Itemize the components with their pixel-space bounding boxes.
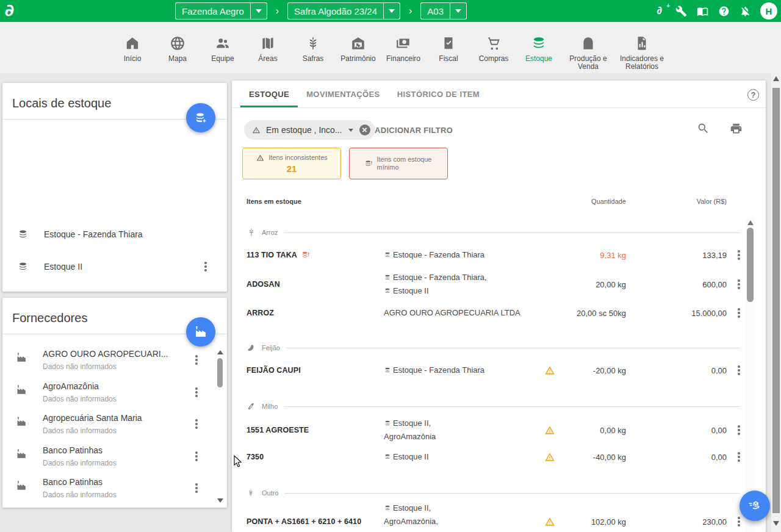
more-options-icon[interactable] <box>191 386 202 398</box>
scroll-up-arrow[interactable] <box>773 76 779 81</box>
nav-equipe[interactable]: Equipe <box>200 28 245 63</box>
tab-estoque[interactable]: ESTOQUE <box>240 81 298 107</box>
chevron-down-icon[interactable] <box>384 9 400 13</box>
search-icon[interactable] <box>697 122 710 135</box>
scroll-up-arrow[interactable] <box>747 220 754 225</box>
print-icon[interactable] <box>730 122 743 135</box>
item-quantity: -20,00 kg <box>556 366 626 375</box>
scrollbar-thumb[interactable] <box>747 228 754 302</box>
chevron-down-icon[interactable] <box>450 9 466 13</box>
nav-fiscal[interactable]: Fiscal <box>426 28 471 63</box>
add-supplier-button[interactable] <box>186 317 215 347</box>
remove-filter-icon[interactable] <box>359 124 370 135</box>
plot-selector[interactable]: A03 <box>420 2 467 20</box>
help-icon[interactable] <box>718 5 730 17</box>
item-quantity: 20,00 kg <box>556 280 626 289</box>
more-options-icon[interactable] <box>200 261 211 273</box>
table-row[interactable]: ARROZ AGRO OURO AGROPECUARIA LTDA 20,00 … <box>232 302 766 324</box>
more-options-icon[interactable] <box>191 354 202 366</box>
invite-user-icon[interactable]: ∂+ <box>653 5 666 17</box>
panel-help-icon[interactable]: ? <box>747 89 759 101</box>
breadcrumb-separator: › <box>409 5 412 16</box>
chevron-down-icon[interactable] <box>251 9 267 13</box>
stock-alert-icon <box>364 159 373 168</box>
active-filter-chip[interactable]: Em estoque , Inco... <box>244 120 375 140</box>
more-options-icon[interactable] <box>733 451 744 463</box>
tab-historico-de-item[interactable]: HISTÓRICO DE ITEM <box>389 81 488 107</box>
more-options-icon[interactable] <box>191 418 202 430</box>
stock-location-item[interactable]: Estoque II <box>2 252 227 281</box>
more-options-icon[interactable] <box>733 249 744 261</box>
nav-patrimonio[interactable]: Patrimônio <box>336 28 381 63</box>
season-selector[interactable]: Safra Algodão 23/24 <box>287 2 400 20</box>
silo-icon <box>580 28 596 51</box>
scrollbar-thumb[interactable] <box>217 358 223 387</box>
stack-icon <box>17 261 29 273</box>
add-stock-location-button[interactable] <box>186 103 215 132</box>
scroll-down-arrow[interactable] <box>217 498 223 503</box>
more-options-icon[interactable] <box>733 307 744 319</box>
item-supplier: AGRO OURO AGROPECUARIA LTDA <box>384 308 520 317</box>
supplier-note: Dados não informados <box>43 395 117 403</box>
tab-movimentacoes[interactable]: MOVIMENTAÇÕES <box>298 81 389 107</box>
more-options-icon[interactable] <box>733 364 744 376</box>
item-value: 0,00 <box>626 426 727 435</box>
nav-indicadores-relatorios[interactable]: Indicadores e Relatórios <box>615 28 669 71</box>
warning-icon <box>251 125 261 135</box>
table-row[interactable]: PONTA + AS1661 + 6210 + 6410 Estoque II,… <box>232 501 766 532</box>
bean-icon <box>247 343 257 352</box>
nav-producao-venda[interactable]: Produção e Venda <box>561 28 615 71</box>
item-location: Estoque II <box>393 284 429 298</box>
nav-financeiro[interactable]: Financeiro <box>381 28 426 63</box>
inconsistency-warning-icon <box>544 364 556 376</box>
add-filter-button[interactable]: ADICIONAR FILTRO <box>375 126 453 135</box>
supplier-name: Banco Patinhas <box>43 477 103 487</box>
more-options-icon[interactable] <box>191 482 202 494</box>
item-value: 600,00 <box>626 280 727 289</box>
nav-inicio[interactable]: Início <box>110 28 155 63</box>
nav-areas[interactable]: Áreas <box>245 28 290 63</box>
stock-movement-fab[interactable] <box>740 491 770 521</box>
table-row[interactable]: FEIJÃO CAUPI Estoque - Fazenda Thiara -2… <box>232 359 766 381</box>
nav-compras[interactable]: Compras <box>471 28 516 63</box>
cart-icon <box>486 28 502 51</box>
scrollbar-thumb[interactable] <box>772 88 780 513</box>
map-icon <box>260 28 276 51</box>
stack-icon <box>384 274 391 281</box>
group-header-outro: Outro <box>232 486 766 500</box>
item-supplier: AgroAmazônia, <box>384 515 438 528</box>
inconsistent-items-label: Itens inconsistentes <box>268 154 328 162</box>
farm-selector[interactable]: Fazenda Aegro <box>175 2 267 20</box>
user-avatar[interactable]: H <box>760 2 777 20</box>
more-options-icon[interactable] <box>733 424 744 436</box>
notifications-off-icon[interactable] <box>739 5 751 17</box>
knowledge-book-icon[interactable] <box>696 5 708 17</box>
table-row[interactable]: 1551 AGROESTE Estoque II, AgroAmazônia 0… <box>232 413 766 447</box>
factory-icon <box>16 480 28 492</box>
scroll-down-arrow[interactable] <box>773 521 779 526</box>
minimum-stock-card[interactable]: Itens com estoque mínimo <box>349 148 448 179</box>
nav-safras[interactable]: Safras <box>290 28 336 63</box>
table-scrollbar[interactable] <box>746 217 755 532</box>
table-row[interactable]: 7350 Estoque II -40,00 kg 0,00 <box>232 446 766 468</box>
table-row[interactable]: 113 TIO TAKA Estoque - Fazenda Thiara 9,… <box>232 244 766 266</box>
item-location: Estoque II, <box>393 501 431 515</box>
suppliers-scrollbar[interactable] <box>216 350 224 503</box>
wheat-icon <box>247 489 257 497</box>
item-value: 0,00 <box>626 366 727 375</box>
table-row[interactable]: ADOSAN Estoque - Fazenda Thiara, Estoque… <box>232 267 766 301</box>
factory-icon <box>16 351 28 364</box>
nav-estoque[interactable]: Estoque <box>516 28 561 63</box>
supplier-name: AGRO OURO AGROPECUARI... <box>43 349 168 359</box>
stock-location-item[interactable]: Estoque - Fazenda Thiara <box>2 220 227 249</box>
more-options-icon[interactable] <box>733 278 744 290</box>
tools-icon[interactable] <box>675 5 687 17</box>
nav-mapa[interactable]: Mapa <box>155 28 200 63</box>
more-options-icon[interactable] <box>733 516 744 528</box>
receipt-check-icon <box>441 28 456 51</box>
group-header-milho: Milho <box>232 400 766 413</box>
window-scrollbar[interactable] <box>771 73 781 532</box>
scroll-up-arrow[interactable] <box>217 350 223 354</box>
inconsistent-items-card[interactable]: Itens inconsistentes 21 <box>242 148 341 179</box>
more-options-icon[interactable] <box>191 450 202 462</box>
